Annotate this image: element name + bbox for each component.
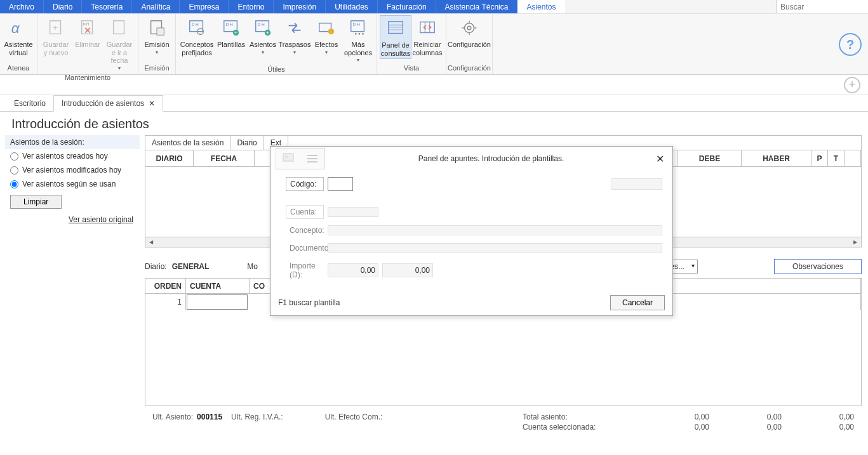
- total-v2: 0,00: [724, 412, 782, 421]
- modal-header: Panel de apuntes. Introdución de plantil…: [270, 147, 672, 171]
- col-cuenta[interactable]: CUENTA: [186, 279, 250, 293]
- dh-plus2-icon: D H+: [253, 18, 273, 38]
- concepto-label: Concepto:: [286, 224, 328, 237]
- asientos-button[interactable]: D H+ Asientos ▾: [247, 15, 279, 56]
- tab-introduccion[interactable]: Introducción de asientos ✕: [53, 95, 163, 112]
- efectos-button[interactable]: Efectos ▾: [310, 15, 342, 56]
- svg-text:+: +: [53, 23, 58, 32]
- chevron-down-icon: ▾: [118, 65, 121, 71]
- col-debe[interactable]: DEBE: [678, 150, 742, 166]
- col-t[interactable]: T: [828, 150, 845, 166]
- dh-plus-icon: D H+: [221, 18, 241, 38]
- inner-tab-diario[interactable]: Diario: [230, 136, 264, 150]
- ribbon-label: Conceptos prefijados: [180, 41, 214, 56]
- conceptos-button[interactable]: D H Conceptos prefijados: [178, 15, 215, 58]
- menu-asientos[interactable]: Asientos: [517, 0, 565, 13]
- svg-text:+: +: [266, 30, 269, 36]
- svg-text:D H: D H: [83, 22, 90, 26]
- close-icon[interactable]: ✕: [149, 99, 155, 108]
- radio-creados-hoy[interactable]: Ver asientos creados hoy: [5, 149, 140, 163]
- svg-rect-5: [114, 21, 124, 34]
- asistente-virtual-button[interactable]: α Asistente virtual: [3, 15, 34, 58]
- menu-impresion[interactable]: Impresión: [274, 0, 326, 13]
- col-orden[interactable]: ORDEN: [145, 279, 186, 293]
- emision-button[interactable]: Emisión ▾: [141, 15, 173, 56]
- menu-archivo[interactable]: Archivo: [0, 0, 44, 13]
- limpiar-button[interactable]: Limpiar: [10, 195, 62, 209]
- radio-label: Ver asientos creados hoy: [22, 152, 108, 161]
- cuenta-sel-label: Cuenta seleccionada:: [523, 423, 637, 432]
- f1-hint: F1 buscar plantilla: [278, 298, 340, 307]
- guardar-fecha-button[interactable]: Guardar e ir a fecha ▾: [103, 15, 135, 72]
- col-haber[interactable]: HABER: [742, 150, 811, 166]
- svg-point-23: [355, 33, 357, 35]
- diario-value: GENERAL: [172, 262, 210, 271]
- help-button[interactable]: ?: [839, 33, 862, 56]
- svg-text:α: α: [11, 20, 20, 36]
- search-box[interactable]: [776, 0, 868, 13]
- ribbon-label: Plantillas: [217, 41, 245, 49]
- modal-close-button[interactable]: ✕: [652, 151, 667, 166]
- ribbon-label: Traspasos: [279, 41, 311, 49]
- inner-tab-sesion[interactable]: Asientos de la sesión: [145, 136, 230, 150]
- ribbon-label: Efectos: [315, 41, 338, 49]
- total-asiento-label: Total asiento:: [523, 412, 637, 421]
- documento-ro: [328, 243, 662, 253]
- col-p[interactable]: P: [811, 150, 828, 166]
- configuracion-button[interactable]: Configuración: [449, 15, 490, 50]
- guardar-nuevo-button[interactable]: + Guardar y nuevo: [40, 15, 72, 58]
- importe-v2: 0,00: [382, 263, 433, 277]
- radio-modificados-hoy[interactable]: Ver asientos modificados hoy: [5, 163, 140, 177]
- menu-tesoreria[interactable]: Tesorería: [82, 0, 132, 13]
- col-last: [845, 150, 861, 166]
- panel-consultas-button[interactable]: Panel de consultas: [380, 15, 411, 59]
- cancelar-button[interactable]: Cancelar: [610, 295, 665, 310]
- ribbon-group-label: Vista: [377, 63, 446, 74]
- reiniciar-columnas-button[interactable]: Reiniciar columnas: [411, 15, 443, 58]
- concepto-ro: [328, 225, 662, 235]
- menu-entorno[interactable]: Entorno: [229, 0, 274, 13]
- svg-text:D H: D H: [226, 22, 234, 27]
- tab-escritorio[interactable]: Escritorio: [6, 96, 53, 111]
- traspasos-button[interactable]: Traspasos ▾: [279, 15, 310, 56]
- menu-diario[interactable]: Diario: [44, 0, 82, 13]
- add-button[interactable]: +: [844, 77, 860, 93]
- col-diario[interactable]: DIARIO: [145, 150, 194, 166]
- codigo-input[interactable]: [328, 177, 353, 191]
- svg-text:D H: D H: [353, 22, 361, 27]
- eliminar-button[interactable]: D H Eliminar: [72, 15, 103, 50]
- menu-utilidades[interactable]: Utilidades: [326, 0, 378, 13]
- menu-analitica[interactable]: Analítica: [132, 0, 180, 13]
- observaciones-button[interactable]: Observaciones: [774, 259, 862, 274]
- menu-facturacion[interactable]: Facturación: [378, 0, 436, 13]
- ult-iva-label: Ult. Reg. I.V.A.:: [231, 412, 283, 421]
- page-title: Introducción de asientos: [0, 112, 868, 135]
- radio-segun-usan[interactable]: Ver asientos según se usan: [5, 177, 140, 191]
- mas-opciones-button[interactable]: D H Más opciones ▾: [342, 15, 374, 64]
- ribbon-label: Guardar y nuevo: [41, 41, 70, 56]
- printer-icon: [147, 18, 167, 38]
- ver-asiento-original-link[interactable]: Ver asiento original: [69, 215, 133, 224]
- ribbon-label: Asientos: [250, 41, 276, 49]
- col-fecha[interactable]: FECHA: [194, 150, 255, 166]
- modal-footer: F1 buscar plantilla Cancelar: [270, 291, 672, 315]
- search-input[interactable]: [780, 3, 864, 11]
- scroll-right-icon[interactable]: ▶: [851, 238, 860, 247]
- ribbon-label: Guardar e ir a fecha: [105, 41, 134, 65]
- cuenta-v1: 0,00: [652, 423, 709, 432]
- svg-point-20: [328, 29, 334, 34]
- alpha-icon: α: [8, 18, 29, 38]
- radio-label: Ver asientos modificados hoy: [22, 166, 121, 175]
- scroll-left-icon[interactable]: ◀: [147, 238, 156, 247]
- ribbon-label: Configuración: [448, 41, 491, 49]
- moneda-label: Mo: [247, 262, 258, 271]
- chevron-down-icon: ▾: [293, 49, 296, 55]
- modal-title: Panel de apuntes. Introdución de plantil…: [330, 154, 652, 163]
- menu-empresa[interactable]: Empresa: [180, 0, 229, 13]
- plantillas-button[interactable]: D H+ Plantillas: [215, 15, 247, 50]
- session-title: Asientos de la sesión:: [5, 135, 140, 149]
- chevron-down-icon: ▾: [325, 49, 328, 55]
- cell-cuenta-input[interactable]: [187, 294, 248, 310]
- ribbon-group-label: Útiles: [176, 64, 377, 76]
- menu-asistencia[interactable]: Asistencia Técnica: [436, 0, 518, 13]
